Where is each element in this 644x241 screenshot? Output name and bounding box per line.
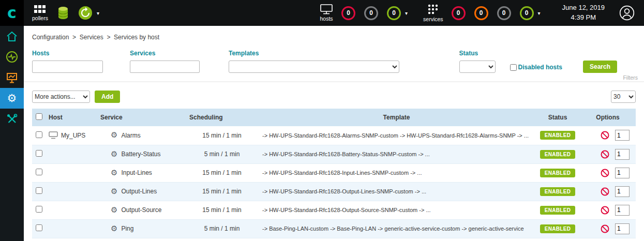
user-menu[interactable] [619,5,635,21]
chevron-down-icon[interactable]: ▾ [405,10,408,16]
sidebar-item-administration[interactable] [0,109,24,129]
templates-filter-label: Templates [229,50,399,57]
sidebar-item-configuration[interactable]: ⚙ [0,88,24,109]
breadcrumb-configuration[interactable]: Configuration [32,34,80,41]
chevron-down-icon[interactable]: ▾ [538,10,541,16]
order-input[interactable] [615,186,630,197]
row-checkbox[interactable] [36,206,42,213]
template-cell: -> Base-Ping-LAN-custom -> Base-Ping-LAN… [258,219,535,238]
services-critical-count: 0 [457,9,460,17]
services-ok-count: 0 [525,9,529,17]
templates-filter-select[interactable] [229,61,399,73]
scheduling-cell: 5 min / 1 min [186,145,258,163]
search-button[interactable]: Search [583,61,617,73]
template-cell: -> HW-UPS-Standard-Rfc1628-Output-Source… [258,201,535,219]
services-critical-counter[interactable]: 0 [452,6,466,20]
service-name[interactable]: Output-Lines [121,188,157,195]
services-table-wrap: Host Service Scheduling Template Status … [24,109,644,238]
more-actions-select[interactable]: More actions... [32,91,90,103]
status-filter-select[interactable] [459,61,496,73]
hosts-unreachable-count: 0 [369,9,373,17]
hosts-up-counter[interactable]: 0 [387,6,401,20]
sync-icon [78,6,93,20]
breadcrumb-services[interactable]: Services [80,34,114,41]
sidebar-item-reporting[interactable] [0,67,24,88]
centreon-logo[interactable]: c [0,0,24,26]
topbar: c pollers ▾ hosts 0 [0,0,644,26]
row-checkbox[interactable] [36,169,42,175]
header-options: Options [580,109,636,126]
service-name[interactable]: Ping [121,225,133,232]
scheduling-cell: 15 min / 1 min [186,182,258,201]
order-input[interactable] [615,205,630,216]
disabled-hosts-label[interactable]: Disabled hosts [518,64,562,71]
scheduling-cell: 15 min / 1 min [186,201,258,219]
actions-row: More actions... Add 30 [24,82,644,109]
status-badge: ENABLED [540,206,575,215]
hosts-unreachable-counter[interactable]: 0 [364,6,378,20]
services-filter-input[interactable] [130,61,200,73]
sidebar-item-home[interactable] [0,26,24,47]
status-badge: ENABLED [540,224,575,233]
disable-icon[interactable] [601,206,609,215]
order-input[interactable] [615,130,630,141]
service-gear-icon: ⚙ [111,169,117,177]
header-service[interactable]: Service [97,109,186,126]
hosts-down-counter[interactable]: 0 [341,6,355,20]
select-all-checkbox[interactable] [36,113,42,120]
service-name[interactable]: Output-Source [121,206,161,214]
row-checkbox[interactable] [36,224,42,231]
header-status[interactable]: Status [535,109,580,126]
order-input[interactable] [615,149,630,160]
disable-icon[interactable] [601,224,609,233]
status-badge: ENABLED [540,187,575,196]
pollers-menu[interactable]: pollers [32,5,48,21]
chevron-down-icon[interactable]: ▾ [97,10,99,16]
sidebar: ⚙ [0,26,24,241]
add-button[interactable]: Add [95,91,120,103]
disable-icon[interactable] [601,150,609,159]
platform-sync-menu[interactable]: ▾ [78,6,99,20]
filters-caption: Filters [623,74,638,81]
services-ok-counter[interactable]: 0 [520,6,534,20]
disabled-hosts-toggle: Disabled hosts [510,64,562,71]
header-scheduling[interactable]: Scheduling [186,109,258,126]
template-cell: -> HW-UPS-Standard-Rfc1628-Battery-Statu… [258,145,535,163]
main-content: ConfigurationServicesServices by host Ho… [24,26,644,241]
service-table-body: My_UPS ⚙ Alarms 15 min / 1 min -> HW-UPS… [32,126,636,238]
order-input[interactable] [615,223,630,234]
header-host[interactable]: Host [46,109,97,126]
services-unknown-counter[interactable]: 0 [497,6,511,20]
disable-icon[interactable] [601,187,609,196]
status-badge: ENABLED [540,150,575,159]
status-badge: ENABLED [540,169,575,177]
status-badge: ENABLED [540,131,575,140]
disable-icon[interactable] [601,131,609,140]
disabled-hosts-checkbox[interactable] [510,64,517,71]
services-warning-count: 0 [480,9,483,17]
hosts-menu[interactable]: hosts [320,4,333,22]
row-checkbox[interactable] [36,131,42,138]
service-gear-icon: ⚙ [111,206,117,214]
database-status[interactable] [57,6,69,20]
service-name[interactable]: Battery-Status [121,150,160,158]
page-size-select[interactable]: 30 [611,91,636,103]
disable-icon[interactable] [601,169,609,177]
configuration-gear-icon: ⚙ [7,93,17,104]
row-checkbox[interactable] [36,187,42,194]
row-checkbox[interactable] [36,150,42,157]
service-name[interactable]: Input-Lines [121,169,152,176]
hosts-down-count: 0 [347,9,350,17]
time-text: 4:39 PM [562,13,605,23]
sidebar-item-monitoring[interactable] [0,47,24,67]
services-menu[interactable]: services [423,4,443,22]
hosts-filter-input[interactable] [32,61,103,73]
service-gear-icon: ⚙ [111,131,117,139]
service-name[interactable]: Alarms [121,132,140,139]
host-name[interactable]: My_UPS [61,132,85,139]
header-template[interactable]: Template [258,109,535,126]
services-label: services [423,16,443,22]
order-input[interactable] [615,168,630,178]
services-warning-counter[interactable]: 0 [474,6,488,20]
pollers-label: pollers [32,15,48,21]
